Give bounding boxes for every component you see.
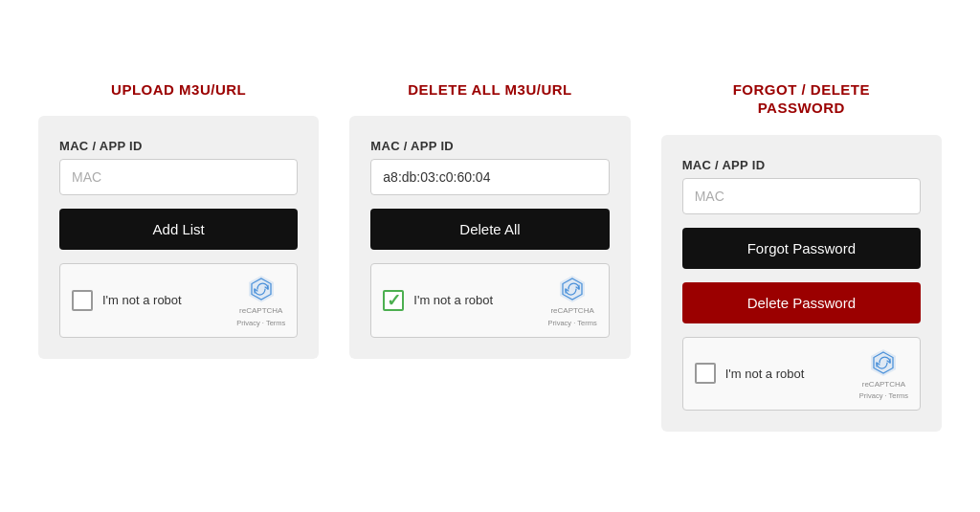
recaptcha-logo-icon-3 <box>868 347 899 378</box>
delete-mac-input[interactable] <box>370 159 609 195</box>
add-list-button[interactable]: Add List <box>59 209 298 250</box>
delete-all-panel-card: MAC / APP ID Delete All ✓ I'm not a robo… <box>349 116 630 358</box>
upload-mac-field-group: MAC / APP ID <box>59 139 298 195</box>
password-mac-input[interactable] <box>682 178 921 214</box>
forgot-password-button[interactable]: Forgot Password <box>682 228 921 269</box>
delete-recaptcha-right: reCAPTCHA Privacy · Terms <box>548 274 597 326</box>
password-recaptcha-right: reCAPTCHA Privacy · Terms <box>859 347 908 400</box>
upload-recaptcha-links: Privacy · Terms <box>236 319 285 327</box>
recaptcha-logo-icon <box>246 274 277 304</box>
delete-all-panel: DELETE ALL M3U/URL MAC / APP ID Delete A… <box>349 80 630 359</box>
delete-mac-label: MAC / APP ID <box>370 139 609 153</box>
upload-recaptcha-left: I'm not a robot <box>72 290 182 311</box>
upload-recaptcha-box[interactable]: I'm not a robot reCAPTCHA Privacy · Term… <box>59 263 298 337</box>
upload-panel: UPLOAD M3U/URL MAC / APP ID Add List I'm… <box>38 80 319 359</box>
delete-password-button[interactable]: Delete Password <box>682 282 921 323</box>
delete-recaptcha-label: I'm not a robot <box>413 293 493 307</box>
password-panel: FORGOT / DELETE PASSWORD MAC / APP ID Fo… <box>661 80 942 432</box>
main-container: UPLOAD M3U/URL MAC / APP ID Add List I'm… <box>0 42 980 470</box>
recaptcha-logo-icon-2 <box>557 274 588 304</box>
password-mac-label: MAC / APP ID <box>682 158 921 172</box>
upload-recaptcha-text: reCAPTCHA <box>239 306 282 316</box>
delete-recaptcha-text: reCAPTCHA <box>550 306 593 316</box>
delete-recaptcha-checkbox[interactable]: ✓ <box>383 290 404 311</box>
password-panel-card: MAC / APP ID Forgot Password Delete Pass… <box>661 135 942 432</box>
upload-recaptcha-right: reCAPTCHA Privacy · Terms <box>236 274 285 326</box>
delete-recaptcha-left: ✓ I'm not a robot <box>383 290 493 311</box>
upload-recaptcha-checkbox[interactable] <box>72 290 93 311</box>
password-panel-title: FORGOT / DELETE PASSWORD <box>733 80 870 118</box>
password-recaptcha-label: I'm not a robot <box>725 367 805 381</box>
password-recaptcha-text: reCAPTCHA <box>862 380 905 390</box>
delete-mac-field-group: MAC / APP ID <box>370 139 609 195</box>
delete-all-button[interactable]: Delete All <box>370 209 609 250</box>
upload-mac-label: MAC / APP ID <box>59 139 298 153</box>
password-recaptcha-box[interactable]: I'm not a robot reCAPTCHA Privacy · Term… <box>682 337 921 411</box>
upload-panel-card: MAC / APP ID Add List I'm not a robot <box>38 116 319 358</box>
upload-mac-input[interactable] <box>59 159 298 195</box>
password-recaptcha-left: I'm not a robot <box>695 363 805 384</box>
password-mac-field-group: MAC / APP ID <box>682 158 921 214</box>
password-recaptcha-checkbox[interactable] <box>695 363 716 384</box>
upload-panel-title: UPLOAD M3U/URL <box>111 80 246 100</box>
delete-recaptcha-box[interactable]: ✓ I'm not a robot reCAPTCHA Privacy · Te… <box>370 263 609 337</box>
password-recaptcha-links: Privacy · Terms <box>859 391 908 400</box>
checkmark-icon: ✓ <box>387 290 401 311</box>
upload-recaptcha-label: I'm not a robot <box>102 293 182 307</box>
delete-recaptcha-links: Privacy · Terms <box>548 319 597 327</box>
delete-all-panel-title: DELETE ALL M3U/URL <box>408 80 572 100</box>
